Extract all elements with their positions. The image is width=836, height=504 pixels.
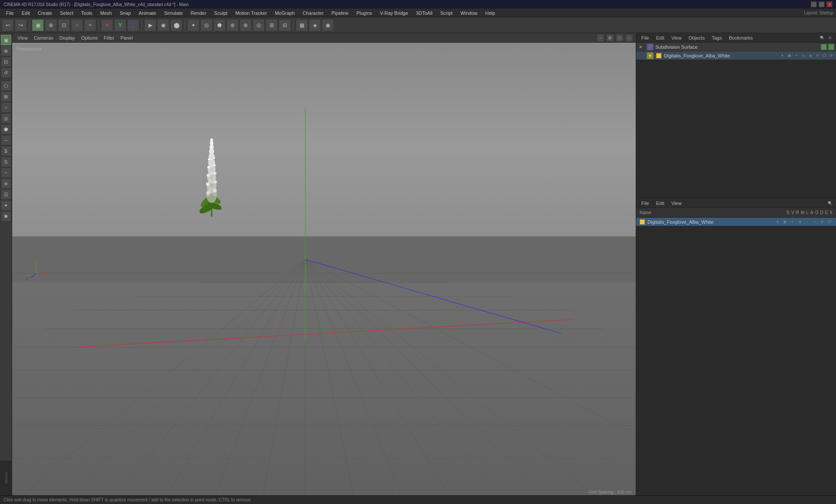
- menu-edit[interactable]: Edit: [18, 10, 34, 17]
- vp-btn-2[interactable]: ⊞: [606, 34, 614, 42]
- mat-menu-file[interactable]: File: [639, 200, 652, 207]
- left-tool-12[interactable]: ✦: [1, 200, 11, 211]
- obj-menu-view[interactable]: View: [669, 34, 684, 41]
- redo-button[interactable]: ↪: [15, 19, 27, 31]
- snap-settings[interactable]: ◈: [309, 19, 321, 31]
- obj-icon-t[interactable]: ≡: [793, 53, 799, 59]
- left-tool-10[interactable]: ≋: [1, 178, 11, 189]
- menu-pipeline[interactable]: Pipeline: [328, 10, 352, 17]
- add-camera[interactable]: ⊕: [226, 19, 239, 31]
- left-tool-4[interactable]: ◎: [1, 113, 11, 124]
- add-spline[interactable]: ◎: [200, 19, 212, 31]
- mat-menu-edit[interactable]: Edit: [654, 200, 667, 207]
- transform-tool[interactable]: +: [84, 19, 96, 31]
- menu-create[interactable]: Create: [34, 10, 56, 17]
- viewport[interactable]: Perspective: [12, 43, 636, 504]
- vp-menu-filter[interactable]: Filter: [101, 34, 117, 41]
- material-row-digitalis[interactable]: Digitalis_Foxglove_Alba_White ● ▣ ≡ ◉ ○ …: [636, 218, 836, 226]
- obj-icon-tag[interactable]: ⬡: [821, 53, 827, 59]
- add-field[interactable]: ⊟: [279, 19, 291, 31]
- menu-snap[interactable]: Snap: [116, 10, 135, 17]
- obj-menu-tags[interactable]: Tags: [709, 34, 725, 41]
- left-tool-2[interactable]: ⊞: [1, 91, 11, 102]
- mat-icon-6[interactable]: ≈: [812, 219, 818, 225]
- move-tool[interactable]: ⊕: [45, 19, 57, 31]
- left-tool-scale[interactable]: ⊡: [1, 57, 11, 67]
- obj-search-icon[interactable]: 🔍: [819, 34, 826, 41]
- object-row-subdivision[interactable]: ▶ ⬡ Subdivision Surface: [636, 43, 836, 51]
- render-region[interactable]: ▶: [144, 19, 156, 31]
- left-tool-8[interactable]: S: [1, 157, 11, 167]
- mat-icon-4[interactable]: ◉: [797, 219, 803, 225]
- mat-icon-2[interactable]: ▣: [782, 219, 788, 225]
- menu-help[interactable]: Help: [482, 10, 499, 17]
- menu-render[interactable]: Render: [187, 10, 210, 17]
- obj-menu-file[interactable]: File: [639, 34, 652, 41]
- vp-menu-options[interactable]: Options: [78, 34, 100, 41]
- vp-menu-panel[interactable]: Panel: [118, 34, 135, 41]
- left-tool-move[interactable]: ⊕: [1, 46, 11, 56]
- menu-plugins[interactable]: Plugins: [353, 10, 375, 17]
- mat-icon-1[interactable]: ●: [775, 219, 781, 225]
- x-axis[interactable]: ✕: [101, 19, 113, 31]
- left-tool-13[interactable]: ✺: [1, 211, 11, 222]
- add-generator[interactable]: ◎: [253, 19, 265, 31]
- left-tool-9[interactable]: ~: [1, 168, 11, 178]
- rotate-tool[interactable]: ○: [71, 19, 83, 31]
- mat-icon-7[interactable]: ⊗: [819, 219, 825, 225]
- add-deformer[interactable]: ⊗: [239, 19, 252, 31]
- minimize-button[interactable]: –: [811, 1, 817, 7]
- obj-icon-v[interactable]: ▣: [786, 53, 792, 59]
- maximize-button[interactable]: □: [819, 1, 825, 7]
- mat-icon-5[interactable]: ○: [804, 219, 810, 225]
- menu-animate[interactable]: Animate: [135, 10, 160, 17]
- menu-character[interactable]: Character: [299, 10, 327, 17]
- add-light[interactable]: ⬟: [213, 19, 226, 31]
- mat-search-icon[interactable]: 🔍: [826, 200, 833, 207]
- object-row-digitalis[interactable]: ◈ Digitalis_Foxglove_Alba_White ● ▣ ≡ ◎ …: [636, 51, 836, 60]
- render-active[interactable]: ◉: [157, 19, 169, 31]
- menu-mograph[interactable]: MoGraph: [271, 10, 298, 17]
- menu-file[interactable]: File: [3, 10, 17, 17]
- menu-3dtoall[interactable]: 3DToAll: [412, 10, 436, 17]
- obj-icon-x[interactable]: ⊗: [828, 53, 834, 59]
- obj-icon-g[interactable]: ⚙: [814, 53, 820, 59]
- obj-icon-a[interactable]: ◉: [807, 53, 813, 59]
- left-tool-11[interactable]: ☷: [1, 189, 11, 200]
- y-axis[interactable]: Y: [114, 19, 126, 31]
- z-axis[interactable]: Z: [127, 19, 139, 31]
- obj-menu-objects[interactable]: Objects: [686, 34, 707, 41]
- menu-script[interactable]: Script: [437, 10, 456, 17]
- mat-icon-8[interactable]: ⬡: [826, 219, 833, 225]
- vp-btn-4[interactable]: □: [625, 34, 633, 42]
- undo-button[interactable]: ↩: [2, 19, 14, 31]
- select-tool[interactable]: ▣: [32, 19, 44, 31]
- left-tool-rotate[interactable]: ↺: [1, 67, 11, 78]
- left-tool-select[interactable]: ▣: [1, 35, 11, 45]
- menu-sculpt[interactable]: Sculpt: [211, 10, 231, 17]
- menu-vray[interactable]: V-Ray Bridge: [377, 10, 412, 17]
- menu-select[interactable]: Select: [57, 10, 77, 17]
- obj-menu-edit[interactable]: Edit: [654, 34, 667, 41]
- left-tool-6[interactable]: ─: [1, 135, 11, 145]
- menu-simulate[interactable]: Simulate: [161, 10, 186, 17]
- vp-btn-3[interactable]: ⬡: [616, 34, 624, 42]
- menu-motion-tracker[interactable]: Motion Tracker: [232, 10, 270, 17]
- vp-menu-display[interactable]: Display: [57, 34, 78, 41]
- close-button[interactable]: ✕: [826, 1, 833, 7]
- left-tool-3[interactable]: ○: [1, 102, 11, 113]
- vp-menu-cameras[interactable]: Cameras: [31, 34, 56, 41]
- menu-tools[interactable]: Tools: [78, 10, 96, 17]
- render-settings[interactable]: ⬤: [170, 19, 182, 31]
- left-tool-1[interactable]: ⬡: [1, 81, 11, 91]
- left-tool-5[interactable]: ⬟: [1, 124, 11, 134]
- obj-check-2[interactable]: [828, 44, 834, 50]
- mat-menu-view[interactable]: View: [669, 200, 684, 207]
- obj-icon-l[interactable]: ◎: [800, 53, 806, 59]
- menu-mesh[interactable]: Mesh: [97, 10, 115, 17]
- menu-window[interactable]: Window: [457, 10, 481, 17]
- obj-menu-bookmarks[interactable]: Bookmarks: [726, 34, 755, 41]
- scale-tool[interactable]: ⊡: [58, 19, 70, 31]
- add-effector[interactable]: ⊞: [266, 19, 278, 31]
- obj-settings-icon[interactable]: ⚙: [826, 34, 833, 41]
